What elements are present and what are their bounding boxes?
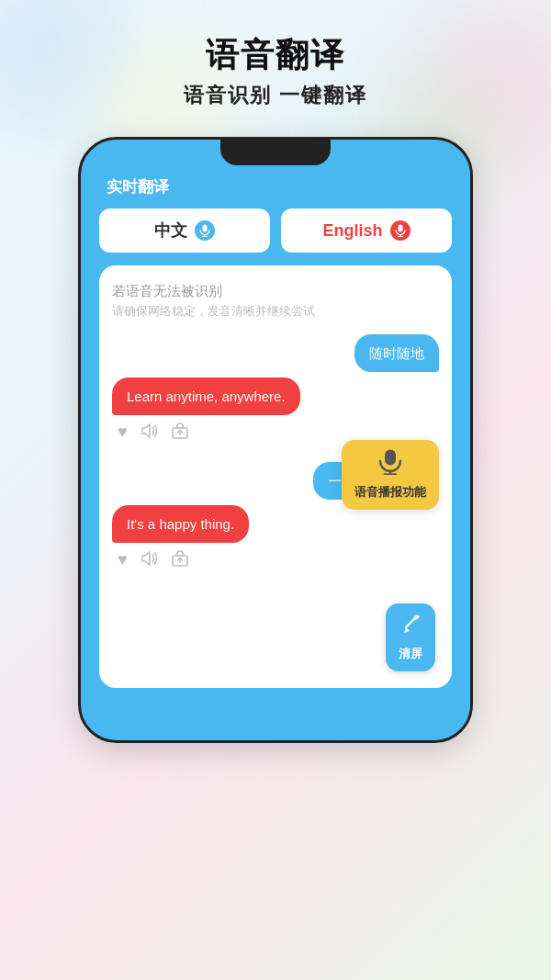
svg-point-17: [413, 614, 419, 620]
speaker-icon-2[interactable]: [141, 550, 159, 571]
bubble-english-2: It's a happy thing.: [112, 505, 249, 543]
share-svg-2: [172, 550, 188, 567]
clear-icon: [399, 613, 422, 642]
bubble-chinese-1: 随时随地: [354, 334, 439, 372]
share-icon-1[interactable]: [172, 422, 188, 444]
chat-group-1: 随时随地 Learn anytime, anywhere. ♥: [112, 334, 439, 451]
broom-svg: [399, 613, 422, 636]
speaker-icon-1[interactable]: [141, 422, 159, 444]
heart-icon-2[interactable]: ♥: [118, 550, 128, 571]
error-title: 若语音无法被识别 请确保网络稳定，发音清晰并继续尝试: [112, 280, 439, 321]
tooltip-label-text: 语音播报功能: [354, 484, 426, 501]
app-title-text: 实时翻译: [107, 178, 169, 196]
bubble-english-text-2: It's a happy thing.: [127, 516, 234, 532]
clear-btn-label: 清屏: [399, 646, 422, 662]
tooltip-bubble: 语音播报功能: [342, 440, 439, 510]
svg-rect-14: [385, 450, 396, 466]
mic-icon-english[interactable]: [390, 220, 410, 241]
speaker-svg-1: [141, 422, 159, 439]
mic-svg-blue: [199, 224, 210, 237]
bubble-right-1: 随时随地: [112, 334, 439, 372]
phone-mockup: 实时翻译 中文 English: [78, 137, 473, 743]
svg-rect-3: [398, 225, 402, 232]
lang-btn-english[interactable]: English: [281, 208, 452, 253]
mic-icon-chinese[interactable]: [195, 220, 215, 241]
heart-icon-1[interactable]: ♥: [118, 422, 128, 444]
share-svg-1: [172, 422, 188, 439]
translation-area: 若语音无法被识别 请确保网络稳定，发音清晰并继续尝试 随时随地 Learn an…: [99, 265, 452, 688]
bubble-english-text-1: Learn anytime, anywhere.: [127, 389, 286, 404]
bubble-left-1: Learn anytime, anywhere.: [112, 377, 439, 415]
error-sub-text: 请确保网络稳定，发音清晰并继续尝试: [112, 302, 439, 321]
speaker-svg-2: [141, 550, 159, 567]
lang-label-english: English: [322, 221, 382, 241]
header-section: 语音翻译 语音识别 一键翻译: [184, 0, 367, 128]
tooltip-mic-svg: [378, 449, 402, 475]
bubble-chinese-text-1: 随时随地: [369, 345, 424, 361]
share-icon-2[interactable]: [172, 550, 188, 571]
bubble-left-2: It's a happy thing.: [112, 505, 439, 543]
bubble-english-1: Learn anytime, anywhere.: [112, 377, 300, 415]
app-title-bar: 实时翻译: [99, 176, 452, 208]
lang-btn-chinese[interactable]: 中文: [99, 208, 270, 253]
lang-selector-row: 中文 English: [99, 208, 452, 253]
mic-svg-red: [395, 224, 406, 237]
phone-inner: 实时翻译 中文 English: [99, 176, 452, 688]
clear-button[interactable]: 清屏: [386, 603, 435, 671]
sub-title: 语音识别 一键翻译: [184, 82, 367, 109]
svg-rect-0: [203, 225, 208, 232]
action-row-2: ♥: [112, 546, 439, 579]
error-title-text: 若语音无法被识别: [112, 280, 439, 302]
main-title: 语音翻译: [184, 35, 367, 74]
lang-label-chinese: 中文: [154, 220, 187, 242]
tooltip-mic-icon: [378, 449, 402, 480]
